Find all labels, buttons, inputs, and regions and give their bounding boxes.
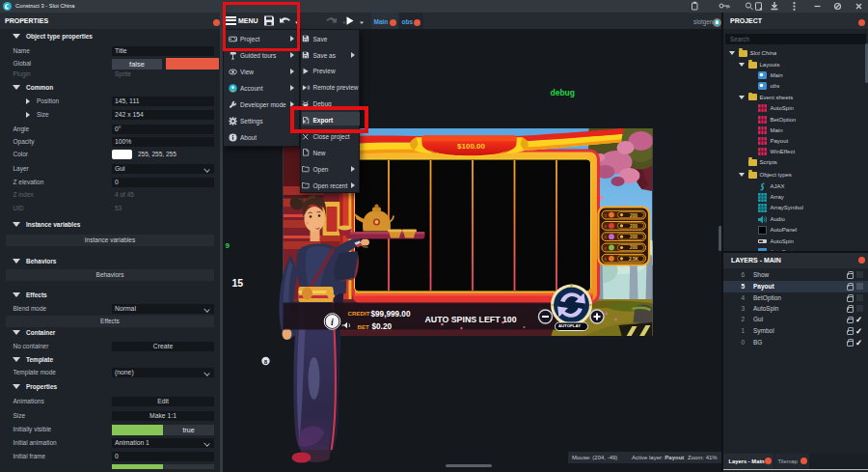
svg-text:$99,999.00: $99,999.00	[370, 310, 410, 319]
svg-text:CREDIT: CREDIT	[347, 310, 369, 317]
svg-text:i: i	[331, 317, 334, 327]
svg-text:15: 15	[231, 277, 243, 289]
svg-text:200: 200	[629, 235, 637, 239]
svg-text:$0.20: $0.20	[371, 322, 392, 331]
svg-text:AUTOPLAY: AUTOPLAY	[557, 323, 580, 328]
svg-text:200: 200	[629, 224, 637, 229]
svg-text:$100.00: $100.00	[457, 142, 485, 151]
svg-text:200: 200	[629, 245, 637, 250]
svg-text:BET: BET	[357, 323, 369, 330]
svg-text:debug: debug	[550, 88, 575, 97]
svg-text:2.5K: 2.5K	[628, 257, 638, 262]
svg-text:200: 200	[629, 213, 637, 218]
svg-text:9: 9	[225, 241, 230, 250]
